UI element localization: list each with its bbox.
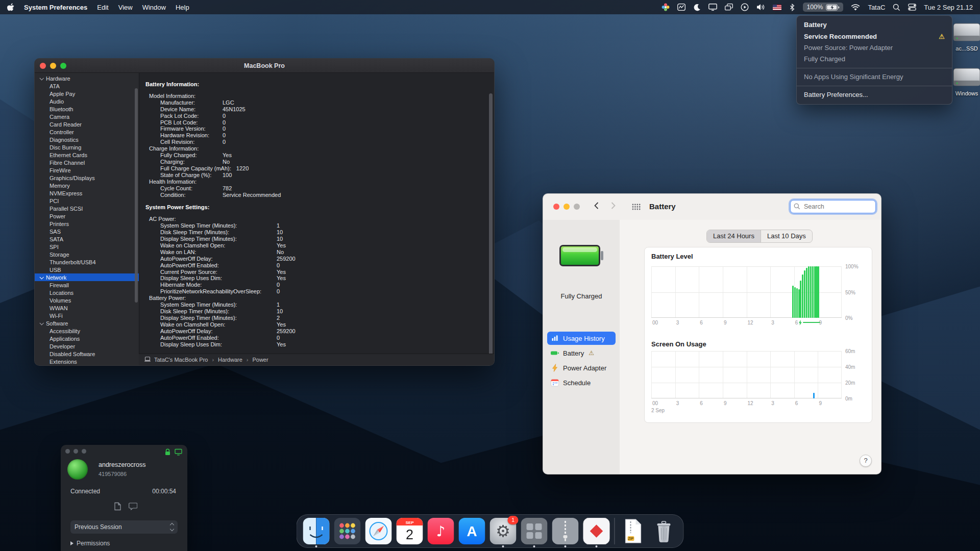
breadcrumb-segment[interactable]: TataC's MacBook Pro xyxy=(154,357,208,363)
battery-menu-extra[interactable]: 100% xyxy=(803,3,843,12)
sysinfo-sidebar-usb[interactable]: USB xyxy=(35,266,139,273)
zoom-button[interactable] xyxy=(60,63,66,69)
dock-finder-icon[interactable] xyxy=(303,518,330,544)
tab-last-10-days[interactable]: Last 10 Days xyxy=(761,230,812,242)
help-button[interactable]: ? xyxy=(860,455,872,467)
sysinfo-sidebar-sata[interactable]: SATA xyxy=(35,235,139,243)
content-scrollbar[interactable] xyxy=(489,93,493,356)
sysinfo-sidebar-accessibility[interactable]: Accessibility xyxy=(35,327,139,335)
sysinfo-sidebar-locations[interactable]: Locations xyxy=(35,289,139,296)
dock-zip-document-icon[interactable]: ZIP xyxy=(620,518,646,544)
bluetooth-icon[interactable] xyxy=(789,4,795,11)
battery-sidebar-item-schedule[interactable]: Schedule xyxy=(547,376,616,389)
us-flag-icon[interactable] xyxy=(773,5,781,10)
app-menu-title[interactable]: System Preferences xyxy=(24,4,87,11)
battery-menu-item-service-recommended[interactable]: Service Recommended⚠ xyxy=(797,31,952,42)
chat-icon[interactable] xyxy=(129,502,137,513)
close-button[interactable] xyxy=(65,449,70,454)
sysinfo-sidebar-firewall[interactable]: Firewall xyxy=(35,281,139,289)
sysinfo-sidebar-diagnostics[interactable]: Diagnostics xyxy=(35,136,139,143)
sysinfo-sidebar-power[interactable]: Power xyxy=(35,212,139,220)
sysinfo-sidebar-nvmexpress[interactable]: NVMExpress xyxy=(35,189,139,197)
permissions-disclosure[interactable]: Permissions xyxy=(70,540,110,547)
battery-menu-item-fully-charged[interactable]: Fully Charged xyxy=(797,54,952,65)
sysinfo-sidebar-bluetooth[interactable]: Bluetooth xyxy=(35,105,139,113)
minimize-button[interactable] xyxy=(74,449,78,454)
battery-titlebar[interactable]: Battery xyxy=(543,194,881,220)
battery-menu-item-battery-preferences[interactable]: Battery Preferences... xyxy=(797,89,952,101)
sysinfo-sidebar-controller[interactable]: Controller xyxy=(35,128,139,136)
sysinfo-sidebar-hardware[interactable]: Hardware xyxy=(35,74,139,82)
close-button[interactable] xyxy=(553,204,559,210)
sysinfo-sidebar-storage[interactable]: Storage xyxy=(35,251,139,258)
dock-archive-app-icon[interactable] xyxy=(552,518,579,544)
sysinfo-sidebar-wwan[interactable]: WWAN xyxy=(35,304,139,312)
activity-icon[interactable] xyxy=(677,4,685,11)
sysinfo-sidebar-software[interactable]: Software xyxy=(35,319,139,327)
sysinfo-sidebar-ethernet-cards[interactable]: Ethernet Cards xyxy=(35,151,139,159)
show-all-grid-icon[interactable] xyxy=(632,204,641,212)
sysinfo-sidebar-memory[interactable]: Memory xyxy=(35,182,139,189)
sysinfo-sidebar-applications[interactable]: Applications xyxy=(35,335,139,342)
sysinfo-sidebar-graphics-displays[interactable]: Graphics/Displays xyxy=(35,174,139,182)
control-center-icon[interactable] xyxy=(908,4,916,11)
sysinfo-sidebar-fibre-channel[interactable]: Fibre Channel xyxy=(35,159,139,166)
dock-trash-icon[interactable] xyxy=(651,518,677,544)
spotlight-icon[interactable] xyxy=(893,4,900,11)
menu-edit[interactable]: Edit xyxy=(97,4,108,11)
sysinfo-sidebar-disc-burning[interactable]: Disc Burning xyxy=(35,143,139,151)
close-button[interactable] xyxy=(40,63,46,69)
dock-music-icon[interactable]: ♪ xyxy=(428,518,454,544)
zoom-button[interactable] xyxy=(82,449,86,454)
back-button[interactable] xyxy=(594,202,599,211)
battery-menu-item-power-source-power-adapter[interactable]: Power Source: Power Adapter xyxy=(797,42,952,54)
sysinfo-sidebar-firewire[interactable]: FireWire xyxy=(35,166,139,174)
sysinfo-sidebar-parallel-scsi[interactable]: Parallel SCSI xyxy=(35,205,139,212)
menu-bar-clock[interactable]: Tue 2 Sep 21.12 xyxy=(924,4,973,11)
battery-sidebar-item-battery[interactable]: Battery⚠ xyxy=(547,346,616,360)
minimize-button[interactable] xyxy=(50,63,56,69)
menu-window[interactable]: Window xyxy=(142,4,166,11)
search-input[interactable] xyxy=(790,200,876,213)
sysinfo-sidebar-card-reader[interactable]: Card Reader xyxy=(35,120,139,128)
sysinfo-sidebar-network[interactable]: Network xyxy=(35,273,139,281)
sysinfo-sidebar-volumes[interactable]: Volumes xyxy=(35,296,139,304)
wifi-icon[interactable] xyxy=(851,4,860,11)
file-transfer-icon[interactable] xyxy=(114,502,121,513)
sysinfo-sidebar-apple-pay[interactable]: Apple Pay xyxy=(35,90,139,97)
sysinfo-sidebar-disabled-software[interactable]: Disabled Software xyxy=(35,350,139,358)
sysinfo-sidebar-extensions[interactable]: Extensions xyxy=(35,358,139,365)
sysinfo-sidebar-printers[interactable]: Printers xyxy=(35,220,139,228)
dock-red-app-icon[interactable] xyxy=(583,518,610,544)
dock-utility-app-icon[interactable] xyxy=(521,518,548,544)
sidebar-scrollbar[interactable] xyxy=(135,88,138,303)
dock-calendar-icon[interactable]: SEP2 xyxy=(397,518,423,544)
zoom-button[interactable] xyxy=(574,204,580,210)
dock-launchpad-icon[interactable] xyxy=(334,518,361,544)
tab-last-24-hours[interactable]: Last 24 Hours xyxy=(707,230,761,242)
sysinfo-sidebar-audio[interactable]: Audio xyxy=(35,97,139,105)
forward-button[interactable] xyxy=(611,202,616,211)
sysinfo-sidebar-developer[interactable]: Developer xyxy=(35,342,139,350)
volume-icon[interactable] xyxy=(756,4,765,11)
sysinfo-sidebar-thunderbolt-usb4[interactable]: Thunderbolt/USB4 xyxy=(35,258,139,266)
dock-safari-icon[interactable] xyxy=(365,518,392,544)
pinwheel-icon[interactable] xyxy=(662,3,670,11)
sysinfo-sidebar-pci[interactable]: PCI xyxy=(35,197,139,205)
play-circle-icon[interactable] xyxy=(741,3,749,11)
battery-sidebar-item-power-adapter[interactable]: Power Adapter xyxy=(547,361,616,374)
apple-menu-icon[interactable] xyxy=(7,3,14,12)
display-icon[interactable] xyxy=(708,4,717,11)
sysinfo-sidebar-fonts[interactable]: Fonts xyxy=(35,365,139,366)
stacked-windows-icon[interactable] xyxy=(725,4,733,11)
sysinfo-sidebar-wi-fi[interactable]: Wi-Fi xyxy=(35,312,139,319)
sysinfo-sidebar-camera[interactable]: Camera xyxy=(35,113,139,120)
sysinfo-sidebar-spi[interactable]: SPI xyxy=(35,243,139,251)
battery-menu-item-no-apps-using-significant-energy[interactable]: No Apps Using Significant Energy xyxy=(797,71,952,83)
session-dropdown[interactable]: Previous Session xyxy=(70,520,178,534)
battery-sidebar-item-usage-history[interactable]: Usage History xyxy=(547,332,616,345)
sysinfo-sidebar-sas[interactable]: SAS xyxy=(35,228,139,235)
breadcrumb-segment[interactable]: Hardware xyxy=(218,357,242,363)
moon-icon[interactable] xyxy=(693,4,701,11)
menu-view[interactable]: View xyxy=(118,4,133,11)
